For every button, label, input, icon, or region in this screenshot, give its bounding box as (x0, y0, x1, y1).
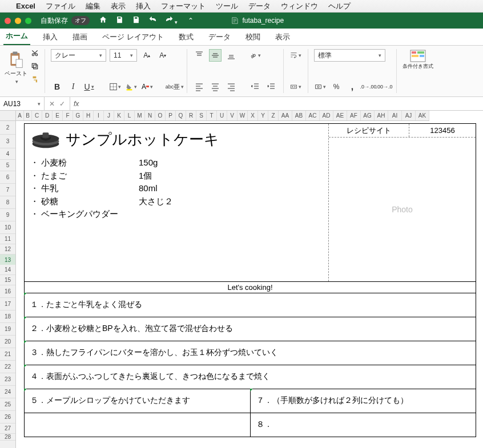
col-A[interactable]: A (16, 111, 24, 120)
col-C[interactable]: C (32, 111, 42, 120)
row-14[interactable]: 14 (0, 265, 15, 275)
col-AK[interactable]: AK (416, 111, 429, 120)
col-P[interactable]: P (166, 111, 176, 120)
col-T[interactable]: T (207, 111, 217, 120)
undo-icon[interactable] (148, 15, 157, 26)
bold-button[interactable]: B (51, 80, 63, 93)
row-7[interactable]: 7 (0, 184, 15, 196)
row-20[interactable]: 20 (0, 336, 15, 348)
align-bottom-icon[interactable] (225, 49, 238, 62)
col-AA[interactable]: AA (279, 111, 292, 120)
row-26[interactable]: 26 (0, 411, 15, 423)
col-D[interactable]: D (42, 111, 53, 120)
row-21[interactable]: 21 (0, 348, 15, 361)
menu-window[interactable]: ウィンドウ (281, 1, 318, 11)
col-W[interactable]: W (238, 111, 248, 120)
row-22[interactable]: 22 (0, 361, 15, 373)
row-5[interactable]: 5 (0, 160, 15, 171)
menu-edit[interactable]: 編集 (86, 1, 100, 11)
col-AI[interactable]: AI (388, 111, 402, 120)
autosave-toggle[interactable]: 自動保存 オフ (41, 16, 90, 26)
phonetic-button[interactable]: abc亜▾ (168, 80, 181, 93)
paste-button[interactable]: ペースト▾ (5, 50, 27, 84)
col-E[interactable]: E (53, 111, 63, 120)
col-G[interactable]: G (73, 111, 83, 120)
col-AF[interactable]: AF (347, 111, 361, 120)
decrease-font-icon[interactable]: A▾ (156, 49, 169, 62)
tab-review[interactable]: 校閲 (243, 29, 263, 45)
col-AH[interactable]: AH (375, 111, 388, 120)
row-19[interactable]: 19 (0, 323, 15, 336)
tab-data[interactable]: データ (206, 29, 233, 45)
col-H[interactable]: H (83, 111, 94, 120)
font-color-button[interactable]: A▾ (141, 80, 154, 93)
menu-data[interactable]: データ (248, 1, 271, 11)
col-J[interactable]: J (104, 111, 114, 120)
col-AD[interactable]: AD (320, 111, 333, 120)
row-16[interactable]: 16 (0, 285, 15, 298)
merge-button[interactable]: ▾ (289, 80, 302, 93)
increase-decimal-icon[interactable]: .0→.00 (362, 80, 375, 93)
align-left-icon[interactable] (193, 80, 206, 93)
decrease-indent-icon[interactable] (249, 80, 261, 93)
tab-draw[interactable]: 描画 (70, 29, 90, 45)
row-12[interactable]: 12 (0, 244, 15, 255)
row-11[interactable]: 11 (0, 234, 15, 244)
copy-icon[interactable] (31, 62, 39, 72)
row-3[interactable]: 3 (0, 135, 15, 148)
save-icon[interactable] (115, 15, 124, 26)
font-name-select[interactable]: クレー▾ (51, 49, 106, 62)
col-AE[interactable]: AE (333, 111, 347, 120)
percent-button[interactable]: % (330, 80, 343, 93)
row-13[interactable]: 13 (0, 255, 15, 265)
row-17[interactable]: 17 (0, 298, 15, 310)
col-Z[interactable]: Z (268, 111, 279, 120)
cut-icon[interactable] (31, 49, 39, 59)
font-size-select[interactable]: 11▾ (110, 49, 137, 62)
cell-grid[interactable]: サンプルホットケーキ ・ 小麦粉150g・ たまご1個・ 牛乳80ml・ 砂糖大… (16, 121, 483, 448)
confirm-formula-icon[interactable]: ✓ (59, 100, 65, 108)
menu-help[interactable]: ヘルプ (328, 1, 351, 11)
ribbon-collapse-icon[interactable]: ⌃ (188, 17, 194, 25)
col-AB[interactable]: AB (292, 111, 306, 120)
row-9[interactable]: 9 (0, 209, 15, 221)
menu-file[interactable]: ファイル (46, 1, 75, 11)
row-4[interactable]: 4 (0, 148, 15, 160)
col-M[interactable]: M (135, 111, 145, 120)
decrease-decimal-icon[interactable]: .00→.0 (378, 80, 391, 93)
row-headers[interactable]: 2345678910111213141516171819202122232425… (0, 121, 16, 448)
italic-button[interactable]: I (67, 80, 79, 93)
row-10[interactable]: 10 (0, 221, 15, 234)
document-title[interactable]: futaba_recipe (231, 17, 284, 25)
underline-button[interactable]: U▾ (83, 80, 95, 93)
borders-button[interactable]: ▾ (109, 80, 122, 93)
number-format-select[interactable]: 標準▾ (314, 49, 385, 62)
cancel-formula-icon[interactable]: ✕ (49, 100, 55, 108)
menu-insert[interactable]: 挿入 (136, 1, 151, 11)
minimize-button[interactable] (15, 18, 21, 24)
tab-home[interactable]: ホーム (3, 27, 30, 45)
col-AC[interactable]: AC (306, 111, 320, 120)
column-headers[interactable]: ABCDEFGHIJKLMNOPQRSTUVWXYZAAABACADAEAFAG… (16, 111, 429, 121)
align-middle-icon[interactable] (209, 49, 222, 62)
menu-tools[interactable]: ツール (216, 1, 238, 11)
select-all-corner[interactable] (0, 111, 16, 121)
menu-view[interactable]: 表示 (111, 1, 126, 11)
row-18[interactable]: 18 (0, 310, 15, 323)
wrap-text-button[interactable]: ▾ (289, 49, 302, 62)
redo-icon[interactable]: ▾ (165, 15, 178, 26)
col-O[interactable]: O (155, 111, 166, 120)
formula-input[interactable] (82, 97, 483, 110)
tab-insert[interactable]: 挿入 (41, 29, 60, 45)
col-F[interactable]: F (63, 111, 73, 120)
fx-icon[interactable]: fx (70, 100, 82, 108)
col-AJ[interactable]: AJ (402, 111, 416, 120)
col-Y[interactable]: Y (258, 111, 268, 120)
close-button[interactable] (5, 18, 11, 24)
increase-indent-icon[interactable] (265, 80, 277, 93)
comma-button[interactable]: , (346, 80, 359, 93)
col-K[interactable]: K (114, 111, 124, 120)
align-center-icon[interactable] (209, 80, 222, 93)
row-15[interactable]: 15 (0, 275, 15, 285)
fill-color-button[interactable]: ▾ (125, 80, 138, 93)
